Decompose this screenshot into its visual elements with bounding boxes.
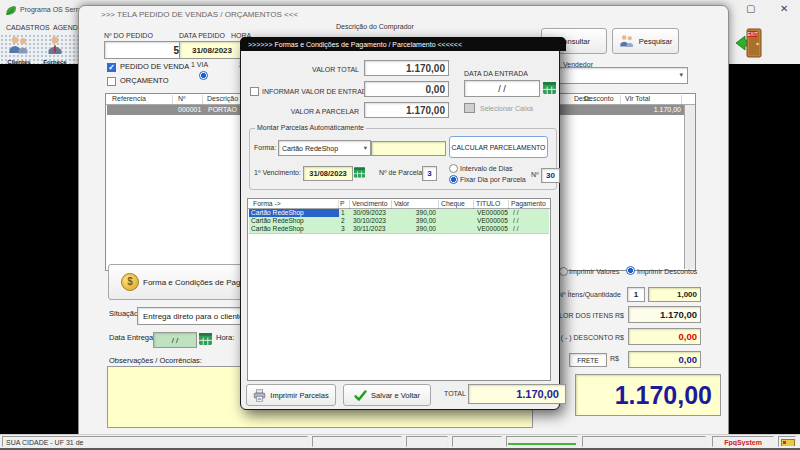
frete-field[interactable]: 0,00 xyxy=(628,351,701,368)
informar-entrada-checkbox[interactable] xyxy=(250,87,259,96)
app-title: Programa OS Serral xyxy=(20,6,83,13)
buyer-label: Descrição do Comprador xyxy=(336,23,414,30)
item-total: 1.170,00 xyxy=(607,106,681,113)
vendedor-select[interactable]: ▾ xyxy=(546,67,688,84)
data-entrada-label: DATA DA ENTRADA xyxy=(464,70,528,77)
selecionar-caixa-button[interactable]: Selecionar Caixa xyxy=(464,101,559,115)
via1-radio[interactable] xyxy=(199,71,208,80)
salvar-voltar-label: Salvar e Voltar xyxy=(371,391,420,400)
valor-parcelar-field[interactable]: 1.170,00 xyxy=(364,102,449,118)
mdi-background-left xyxy=(0,64,78,434)
mdi-background-right xyxy=(727,64,800,434)
forma-extra-field[interactable] xyxy=(371,141,446,156)
order-date-field[interactable]: 31/08/2023 xyxy=(179,41,245,59)
col-referencia[interactable]: Referencia xyxy=(112,95,146,102)
dialog-total-label: TOTAL xyxy=(444,390,466,397)
items-scrollbar[interactable] xyxy=(684,105,695,269)
calendar-icon[interactable] xyxy=(543,82,556,94)
pesquisar-button[interactable]: Pesquisar xyxy=(612,28,679,54)
col-vlr-total[interactable]: Vlr Total xyxy=(625,95,650,102)
cell-forma: Cartão RedeShop xyxy=(249,217,339,225)
pesquisar-label: Pesquisar xyxy=(639,37,672,46)
maximize-button[interactable]: ▢ xyxy=(746,3,755,14)
orcamento-checkbox[interactable] xyxy=(107,77,116,86)
hora-entrega-label: Hora: xyxy=(216,334,234,343)
fixar-dia-radio[interactable] xyxy=(449,175,458,184)
pcol-valor[interactable]: Valor xyxy=(394,200,409,207)
cell-pagamento: / / xyxy=(513,225,549,233)
statusbar-panel xyxy=(312,436,402,447)
pcol-cheque[interactable]: Cheque xyxy=(441,200,465,207)
moeda-label: R$ xyxy=(610,355,619,362)
quantidade-field[interactable]: 1,000 xyxy=(648,287,701,302)
calendar-icon[interactable] xyxy=(199,333,212,345)
supplier-person-icon xyxy=(43,35,67,55)
close-button[interactable]: ✕ xyxy=(780,3,788,14)
dialog-total-field: 1.170,00 xyxy=(468,384,566,404)
statusbar-panel xyxy=(582,436,706,447)
pedido-number-field[interactable]: 5 xyxy=(104,41,183,59)
pedido-venda-checkbox[interactable]: ✓ xyxy=(107,63,116,72)
salvar-voltar-button[interactable]: Salvar e Voltar xyxy=(343,384,431,406)
vencimento-field[interactable]: 31/08/2023 xyxy=(303,166,353,181)
valor-total-field[interactable]: 1.170,00 xyxy=(364,60,449,76)
calcular-parcelamento-button[interactable]: CALCULAR PARCELAMENTO xyxy=(449,136,548,158)
cell-vencimento: 30/10/2023 xyxy=(353,217,393,225)
forma-select[interactable]: Cartão RedeShop ▾ xyxy=(278,140,371,156)
col-numero[interactable]: Nº xyxy=(178,95,186,102)
desktop: Programa OS Serral — ▢ ✕ CADASTROS AGEND… xyxy=(0,0,800,450)
col-desconto[interactable]: Desconto xyxy=(584,95,614,102)
statusbar-progress-panel xyxy=(506,436,578,447)
valor-entrada-field[interactable]: 0,00 xyxy=(364,81,449,97)
desconto-field[interactable]: 0,00 xyxy=(628,328,701,345)
exit-door-icon[interactable]: EXIT xyxy=(734,26,764,60)
data-entrega-label: Data Entrega: xyxy=(109,334,155,343)
data-entrada-field[interactable]: / / xyxy=(464,80,540,97)
data-entrega-field[interactable]: / / xyxy=(153,332,197,348)
coin-icon: $ xyxy=(121,273,139,291)
itens-count-field[interactable]: 1 xyxy=(627,287,645,302)
toolbar-fornecedores-button[interactable]: Fornece xyxy=(38,35,72,65)
cell-valor: 390,00 xyxy=(394,217,436,225)
pcol-forma[interactable]: Forma -> xyxy=(253,200,281,207)
statusbar: SUA CIDADE - UF 31 de FpqSystem xyxy=(0,434,800,449)
statusbar-app-icon-dot xyxy=(783,441,786,444)
imprimir-parcelas-button[interactable]: Imprimir Parcelas xyxy=(246,384,336,406)
imprimir-descontos-radio[interactable] xyxy=(626,266,635,275)
intervalo-dias-radio[interactable] xyxy=(449,164,458,173)
imprimir-valores-radio[interactable] xyxy=(559,267,568,276)
statusbar-brand: FpqSystem xyxy=(712,436,774,447)
pcol-vencimento[interactable]: Vencimento xyxy=(352,200,388,207)
order-date-label: DATA PEDIDO xyxy=(179,32,225,39)
cell-vencimento: 30/09/2023 xyxy=(353,209,393,217)
chevron-down-icon: ▾ xyxy=(679,71,683,79)
pedido-window-title: >>> TELA PEDIDO DE VENDAS / ORÇAMENTOS <… xyxy=(101,10,298,19)
intervalo-dias-label: Intervalo de Dias xyxy=(460,165,513,172)
statusbar-location: SUA CIDADE - UF 31 de xyxy=(2,436,308,447)
exit-panel: EXIT xyxy=(727,22,800,64)
parcelamento-dialog: >>>>>> Formas e Condições de Pagamento /… xyxy=(240,37,560,410)
situacao-label: Situação: xyxy=(109,310,140,319)
num-parcelas-label: Nº de Parcelas xyxy=(379,169,426,176)
exit-tag-label: EXIT xyxy=(747,32,757,37)
frete-type-field[interactable]: FRETE xyxy=(569,353,607,367)
dia-field[interactable]: 30 xyxy=(541,168,560,183)
imprimir-descontos-label: Imprimir Descontos xyxy=(637,268,697,275)
check-icon xyxy=(354,389,367,402)
pcol-p[interactable]: P xyxy=(340,200,345,207)
valor-itens-field[interactable]: 1.170,00 xyxy=(628,306,701,323)
selecionar-caixa-label: Selecionar Caixa xyxy=(480,105,533,112)
valor-total-label: VALOR TOTAL xyxy=(255,66,359,73)
num-parcelas-field[interactable]: 3 xyxy=(422,166,437,181)
pedido-venda-label: PEDIDO DE VENDA xyxy=(120,63,189,72)
pedido-number-label: Nº DO PEDIDO xyxy=(104,32,153,39)
calendar-icon[interactable] xyxy=(354,167,365,178)
col-descricao[interactable]: Descrição xyxy=(207,95,238,102)
menu-cadastros[interactable]: CADASTROS xyxy=(6,24,50,31)
parcela-row[interactable]: Cartão RedeShop 3 30/11/2023 390,00 VE00… xyxy=(249,225,549,234)
cell-titulo: VE000005 xyxy=(477,209,510,217)
toolbar-clientes-button[interactable]: Clientes xyxy=(2,35,36,65)
itens-quantidade-label: Nº Ítens/Quantidade xyxy=(558,291,621,298)
dialog-titlebar[interactable]: >>>>>> Formas e Condições de Pagamento /… xyxy=(240,37,566,51)
pcol-titulo[interactable]: TITULO xyxy=(476,200,500,207)
